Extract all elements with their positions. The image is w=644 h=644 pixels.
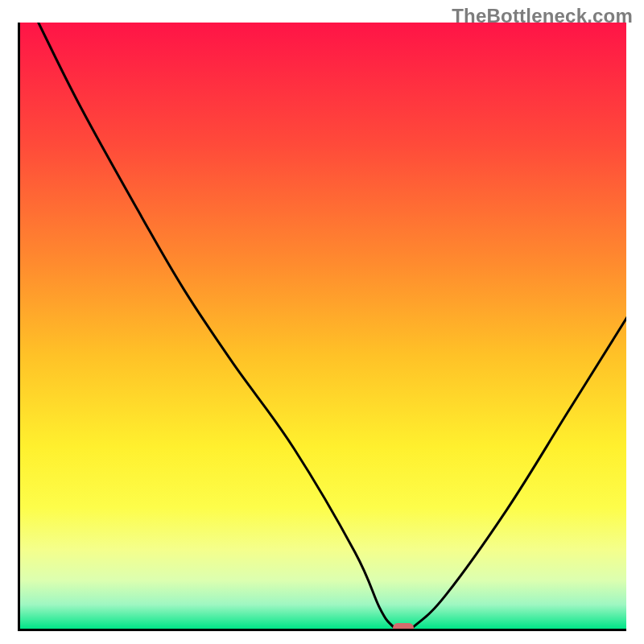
watermark-text: TheBottleneck.com xyxy=(452,5,633,27)
chart-plot-area xyxy=(18,23,626,631)
chart-curve xyxy=(20,23,626,631)
chart-marker xyxy=(393,623,414,631)
